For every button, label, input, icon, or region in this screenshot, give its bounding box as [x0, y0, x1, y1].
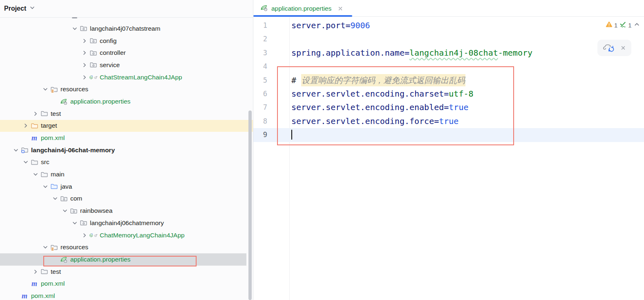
spring-properties-icon	[260, 4, 268, 13]
chevron-down-icon	[29, 5, 36, 13]
code-line-4: 4	[253, 60, 644, 73]
tree-item-langchain4j-06chat-memory[interactable]: langchain4j-06chat-memory	[0, 144, 253, 156]
tree-item-test[interactable]: test	[0, 108, 253, 120]
tree-item-resources[interactable]: resources	[0, 241, 253, 253]
tree-item-langchain4j06chatmemory[interactable]: langchain4j06chatmemory	[0, 217, 253, 229]
tree-item-label: ChatStreamLangChain4JApp	[100, 74, 182, 81]
folder-orange-icon	[30, 122, 38, 130]
code-line-3: 3spring.application.name=langchain4j-08c…	[253, 46, 644, 60]
tree-item-label: langchain4j-06chat-memory	[31, 147, 115, 154]
tree-item-controller[interactable]: controller	[0, 47, 253, 59]
tree-item-java[interactable]: java	[0, 180, 253, 193]
partial-row-sliver	[72, 17, 77, 18]
tree-item-resources[interactable]: resources	[0, 83, 253, 95]
chevron-collapsed-icon[interactable]	[31, 110, 40, 118]
package-icon	[89, 61, 97, 69]
chevron-expanded-icon[interactable]	[70, 219, 79, 227]
maven-icon: m	[30, 280, 38, 288]
line-number: 7	[253, 101, 267, 114]
line-number: 5	[253, 74, 267, 87]
tree-item-label: controller	[100, 49, 126, 56]
tab-label: application.properties	[271, 5, 331, 12]
tree-item-label: langchain4j06chatmemory	[90, 219, 164, 227]
tree-item-rainbowsea[interactable]: rainbowsea	[0, 205, 253, 217]
tree-item-langchain4j07chatstream[interactable]: langchain4j07chatstream	[0, 23, 253, 35]
code-line-9: 9	[253, 128, 644, 142]
resources-folder-icon	[50, 243, 58, 251]
tree-item-target[interactable]: target	[0, 120, 253, 132]
chevron-expanded-icon[interactable]	[41, 243, 50, 251]
tree-item-pom-xml[interactable]: mpom.xml	[0, 277, 253, 290]
project-panel-header[interactable]: Project	[0, 0, 253, 18]
chevron-collapsed-icon[interactable]	[80, 37, 89, 45]
chevron-collapsed-icon[interactable]	[80, 61, 89, 69]
spring-properties-icon	[60, 255, 68, 264]
tree-item-application-properties[interactable]: application.properties	[0, 95, 253, 108]
tree-item-pom-xml[interactable]: mpom.xml	[0, 132, 253, 144]
line-number: 8	[253, 115, 267, 128]
code-line-text[interactable]: server.servlet.encoding.enabled=true	[291, 101, 469, 114]
chevron-collapsed-icon[interactable]	[31, 268, 40, 276]
chevron-collapsed-icon[interactable]	[80, 49, 89, 57]
tree-item-label: service	[100, 61, 120, 69]
chevron-expanded-icon[interactable]	[60, 207, 69, 215]
code-line-text[interactable]: spring.application.name=langchain4j-08ch…	[291, 46, 532, 60]
tree-item-label: main	[51, 171, 65, 178]
package-icon	[60, 194, 68, 203]
tree-item-src[interactable]: src	[0, 156, 253, 169]
no-chevron	[11, 292, 20, 300]
tree-item-chatmemorylangchain4japp[interactable]: ChatMemoryLangChain4JApp	[0, 229, 253, 241]
package-icon	[79, 25, 87, 33]
folder-icon	[40, 170, 48, 178]
line-number: 1	[253, 19, 267, 32]
chevron-expanded-icon[interactable]	[51, 194, 60, 203]
chevron-expanded-icon[interactable]	[11, 146, 20, 154]
folder-icon	[40, 268, 48, 276]
tree-item-label: application.properties	[70, 98, 130, 105]
code-line-8: 8server.servlet.encoding.force=true	[253, 115, 644, 128]
code-line-text[interactable]: server.port=9006	[291, 19, 370, 32]
tree-item-label: pom.xml	[41, 280, 65, 287]
tree-item-chatstreamlangchain4japp[interactable]: ChatStreamLangChain4JApp	[0, 71, 253, 83]
tree-item-main[interactable]: main	[0, 168, 253, 180]
tree-item-label: application.properties	[70, 256, 130, 263]
line-number: 9	[253, 128, 267, 142]
code-line-text[interactable]: server.servlet.encoding.charset=utf-8	[291, 87, 474, 101]
tree-item-pom-xml[interactable]: mpom.xml	[0, 290, 253, 300]
no-chevron	[21, 280, 30, 288]
tree-item-label: ChatMemoryLangChain4JApp	[100, 232, 185, 239]
tree-item-config[interactable]: config	[0, 35, 253, 47]
tab-application-properties[interactable]: application.properties	[253, 0, 352, 17]
package-icon	[79, 219, 87, 227]
chevron-expanded-icon[interactable]	[70, 25, 79, 33]
code-line-text[interactable]: server.servlet.encoding.force=true	[291, 115, 458, 128]
chevron-collapsed-icon[interactable]	[80, 231, 89, 239]
maven-icon: m	[20, 292, 29, 300]
chevron-collapsed-icon[interactable]	[80, 73, 89, 81]
package-icon	[89, 49, 97, 57]
code-line-text[interactable]	[291, 128, 292, 142]
tree-item-test[interactable]: test	[0, 266, 253, 278]
tree-item-label: config	[100, 37, 116, 45]
close-icon[interactable]	[338, 6, 343, 11]
tree-item-label: com	[70, 195, 82, 202]
tree-item-label: pom.xml	[31, 292, 55, 300]
chevron-collapsed-icon[interactable]	[21, 122, 30, 130]
no-chevron	[51, 255, 60, 264]
tree-item-application-properties[interactable]: application.properties	[0, 253, 253, 266]
tree-scrollbar[interactable]	[248, 111, 252, 300]
chevron-expanded-icon[interactable]	[41, 85, 50, 93]
tree-item-label: src	[41, 158, 49, 166]
chevron-expanded-icon[interactable]	[31, 170, 40, 178]
line-number: 4	[253, 60, 267, 73]
module-icon	[20, 146, 29, 154]
chevron-expanded-icon[interactable]	[41, 183, 50, 191]
code-line-6: 6server.servlet.encoding.charset=utf-8	[253, 87, 644, 101]
tree-item-service[interactable]: service	[0, 59, 253, 71]
line-number: 2	[253, 32, 267, 46]
chevron-expanded-icon[interactable]	[21, 158, 30, 166]
line-number: 3	[253, 46, 267, 60]
tree-item-com[interactable]: com	[0, 193, 253, 205]
editor-tabbar: application.properties	[253, 0, 644, 17]
code-line-text[interactable]: # 设置响应的字符编码，避免流式返回输出乱码	[291, 74, 465, 87]
